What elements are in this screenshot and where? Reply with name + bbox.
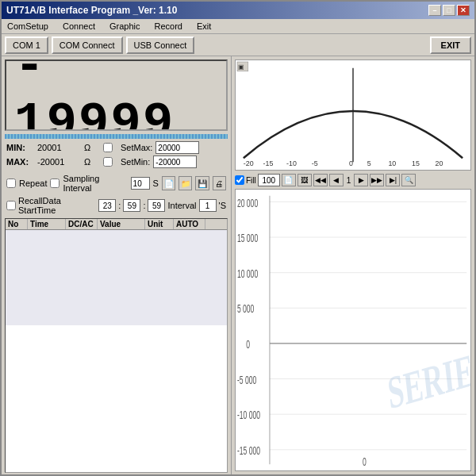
min-value: 20001: [37, 143, 81, 152]
max-label: MAX:: [6, 157, 34, 167]
col-time: Time: [28, 219, 66, 229]
setmax-input[interactable]: [155, 141, 199, 154]
img-chart-btn[interactable]: 🖼: [298, 174, 312, 186]
min-label: MIN:: [6, 143, 34, 152]
right-panel: -20 -15 -10 -5 0 5 10 15 20 ▣: [232, 56, 474, 474]
close-button[interactable]: ✕: [457, 5, 470, 16]
recall-label: RecallData StartTime: [18, 196, 96, 215]
nav-next2-btn[interactable]: ▶▶: [370, 174, 384, 186]
interval-input[interactable]: [131, 177, 150, 190]
setmax-checkbox[interactable]: [103, 143, 113, 152]
repeat-checkbox[interactable]: [6, 178, 16, 188]
svg-text:5: 5: [367, 159, 371, 167]
recall-row: RecallData StartTime : : Interval 'S: [2, 194, 231, 217]
fill-checkbox[interactable]: [235, 175, 244, 185]
main-window: UT71A/B Interface Program _Ver: 1.10 – □…: [0, 0, 476, 476]
svg-text:-15: -15: [263, 159, 274, 167]
menu-record[interactable]: Record: [152, 21, 185, 32]
recall-interval[interactable]: [199, 199, 217, 212]
col-unit: Unit: [145, 219, 174, 229]
setmin-input[interactable]: [153, 155, 197, 168]
interval-label: Interval: [167, 201, 196, 210]
print-icon-btn[interactable]: 🖨: [213, 176, 226, 190]
svg-text:▣: ▣: [238, 63, 244, 71]
fill-label: Fill: [246, 176, 256, 185]
nav-prev-btn[interactable]: ◀: [329, 174, 344, 186]
file-chart-btn[interactable]: 📄: [282, 174, 296, 186]
sampling-label: Sampling Interval: [63, 174, 127, 193]
display-value: - 19999: [14, 60, 218, 131]
max-row: MAX: -20001 Ω SetMin:: [6, 155, 226, 168]
svg-text:-15 000: -15 000: [237, 445, 260, 456]
page-num: 1: [345, 176, 353, 185]
menu-bar: ComSetup Connect Graphic Record Exit: [2, 19, 474, 34]
sampling-checkbox[interactable]: [50, 178, 60, 188]
menu-exit[interactable]: Exit: [194, 21, 213, 32]
table-body: [6, 230, 227, 325]
setmax-label: SetMax:: [121, 143, 152, 152]
menu-connect[interactable]: Connect: [60, 21, 98, 32]
menu-comsetup[interactable]: ComSetup: [5, 21, 51, 32]
main-content: - 19999 MIN: 20001 Ω SetMax: MAX: -20001…: [2, 56, 474, 474]
svg-text:15 000: 15 000: [237, 232, 258, 244]
recall-checkbox[interactable]: [6, 201, 16, 210]
repeat-label: Repeat: [19, 178, 47, 188]
setmin-label: SetMin:: [121, 157, 150, 167]
minimize-button[interactable]: –: [428, 5, 441, 16]
left-panel: - 19999 MIN: 20001 Ω SetMax: MAX: -20001…: [2, 56, 232, 474]
svg-text:-5: -5: [312, 159, 318, 167]
recall-sec[interactable]: [148, 199, 165, 212]
min-row: MIN: 20001 Ω SetMax:: [6, 141, 226, 154]
digital-display: - 19999: [5, 60, 228, 131]
col-no: No: [6, 219, 28, 229]
recall-unit: 'S: [219, 201, 226, 210]
svg-text:0: 0: [349, 159, 353, 167]
file-icon-btn[interactable]: 📄: [162, 176, 175, 190]
col-dcac: DC/AC: [66, 219, 98, 229]
svg-text:10: 10: [388, 159, 396, 167]
minmax-section: MIN: 20001 Ω SetMax: MAX: -20001 Ω SetMi…: [2, 139, 231, 172]
fill-input[interactable]: [258, 174, 280, 186]
arch-chart: -20 -15 -10 -5 0 5 10 15 20 ▣: [235, 60, 471, 171]
svg-text:-20: -20: [244, 159, 254, 167]
zoom-btn[interactable]: 🔍: [401, 174, 416, 186]
svg-text:0: 0: [363, 456, 367, 467]
nav-next-btn[interactable]: ▶: [354, 174, 368, 186]
svg-text:15: 15: [412, 159, 420, 167]
recall-min[interactable]: [123, 199, 140, 212]
nav-last-btn[interactable]: ▶|: [386, 174, 400, 186]
bar-chart-toolbar: Fill 📄 🖼 ◀◀ ◀ 1 ▶ ▶▶ ▶| 🔍: [235, 174, 471, 186]
maximize-button[interactable]: □: [443, 5, 455, 16]
title-bar: UT71A/B Interface Program _Ver: 1.10 – □…: [2, 2, 474, 19]
nav-first-btn[interactable]: ◀◀: [313, 174, 328, 186]
controls-row: Repeat Sampling Interval S 📄 📁 💾 🖨: [2, 172, 231, 194]
col-auto: AUTO: [174, 219, 205, 229]
svg-text:-10: -10: [286, 159, 297, 167]
svg-text:10 000: 10 000: [237, 268, 258, 279]
svg-text:0: 0: [246, 339, 250, 350]
toolbar: COM 1 COM Connect USB Connect EXIT: [2, 34, 474, 56]
col-value: Value: [98, 219, 145, 229]
usb-connect-button[interactable]: USB Connect: [126, 36, 195, 54]
colon1: :: [118, 201, 121, 210]
min-unit: Ω: [84, 143, 100, 152]
max-unit: Ω: [84, 157, 100, 167]
svg-text:5 000: 5 000: [237, 303, 254, 314]
com-connect-button[interactable]: COM Connect: [52, 36, 123, 54]
title-bar-buttons: – □ ✕: [428, 5, 470, 16]
save-icon-btn[interactable]: 💾: [195, 176, 209, 190]
setmin-checkbox[interactable]: [103, 157, 113, 167]
svg-text:20 000: 20 000: [237, 198, 258, 209]
menu-graphic[interactable]: Graphic: [107, 21, 143, 32]
window-title: UT71A/B Interface Program _Ver: 1.10: [6, 5, 177, 16]
com1-button[interactable]: COM 1: [5, 36, 48, 54]
interval-unit: S: [153, 178, 159, 188]
svg-text:-10 000: -10 000: [237, 409, 260, 420]
bar-chart: 20 000 15 000 10 000 5 000 0 -5 000 -10 …: [235, 189, 471, 471]
recall-hour[interactable]: [98, 199, 116, 212]
exit-button[interactable]: EXIT: [430, 36, 471, 54]
folder-icon-btn[interactable]: 📁: [178, 176, 192, 190]
svg-text:-5 000: -5 000: [237, 374, 256, 386]
max-value: -20001: [37, 157, 81, 167]
colon2: :: [143, 201, 145, 210]
